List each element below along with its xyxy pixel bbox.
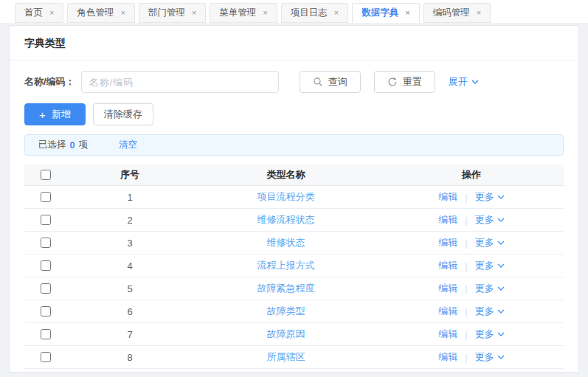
chevron-down-icon <box>497 240 505 246</box>
action-divider: | <box>465 192 467 203</box>
table-header-row: 序号 类型名称 操作 <box>24 165 564 186</box>
edit-link[interactable]: 编辑 <box>438 305 457 318</box>
add-button-label: 新增 <box>52 108 71 121</box>
tab-label: 角色管理 <box>77 7 114 19</box>
plus-icon: + <box>39 109 46 120</box>
row-checkbox[interactable] <box>41 260 51 271</box>
row-index: 4 <box>67 260 193 271</box>
edit-link[interactable]: 编辑 <box>438 190 457 204</box>
close-icon[interactable]: × <box>192 9 196 17</box>
edit-link[interactable]: 编辑 <box>438 259 457 272</box>
tab-department-management[interactable]: 部门管理 × <box>139 3 206 23</box>
more-link[interactable]: 更多 <box>475 236 505 249</box>
search-input[interactable] <box>81 71 279 93</box>
type-name-link[interactable]: 流程上报方式 <box>257 259 315 272</box>
close-icon[interactable]: × <box>477 9 481 17</box>
edit-link[interactable]: 编辑 <box>438 213 457 226</box>
table-row: 7 故障原因 编辑 | 更多 <box>24 323 564 346</box>
header-actions: 操作 <box>379 168 564 181</box>
tab-menu-management[interactable]: 菜单管理 × <box>210 3 277 23</box>
type-name-link[interactable]: 维修状态 <box>267 236 305 249</box>
row-checkbox[interactable] <box>41 238 51 248</box>
close-icon[interactable]: × <box>405 9 409 17</box>
chevron-down-icon <box>497 308 505 314</box>
dictionary-table: 序号 类型名称 操作 1 项目流程分类 编辑 | 更多 2 维修流程状态 <box>24 165 564 369</box>
chevron-down-icon <box>497 331 505 337</box>
table-row: 4 流程上报方式 编辑 | 更多 <box>24 255 564 277</box>
type-name-link[interactable]: 故障类型 <box>267 305 305 318</box>
table-row: 3 维修状态 编辑 | 更多 <box>24 232 564 255</box>
row-checkbox[interactable] <box>41 329 51 339</box>
screen: 首页 × 角色管理 × 部门管理 × 菜单管理 × 项目日志 × 数据字典 × … <box>0 0 588 377</box>
row-index: 5 <box>67 283 193 294</box>
close-icon[interactable]: × <box>49 9 54 17</box>
row-checkbox[interactable] <box>41 306 51 317</box>
edit-link[interactable]: 编辑 <box>438 236 457 249</box>
close-icon[interactable]: × <box>334 9 339 17</box>
row-checkbox[interactable] <box>41 215 51 225</box>
reset-button-label: 重置 <box>403 75 422 89</box>
action-divider: | <box>465 260 467 271</box>
search-form: 名称/编码： 查询 重置 展开 <box>10 60 578 93</box>
reset-button[interactable]: 重置 <box>374 71 435 93</box>
more-link[interactable]: 更多 <box>475 190 505 204</box>
chevron-down-icon <box>497 194 505 200</box>
edit-link[interactable]: 编辑 <box>438 350 457 364</box>
tab-home[interactable]: 首页 × <box>15 3 63 23</box>
selection-bar: 已选择 0 项 清空 <box>24 134 564 156</box>
action-divider: | <box>465 215 467 226</box>
search-icon <box>313 77 323 87</box>
chevron-down-icon <box>497 354 505 360</box>
type-name-link[interactable]: 项目流程分类 <box>257 190 315 204</box>
tab-role-management[interactable]: 角色管理 × <box>67 3 134 23</box>
type-name-link[interactable]: 故障紧急程度 <box>257 282 315 295</box>
edit-link[interactable]: 编辑 <box>438 328 457 341</box>
tab-project-log[interactable]: 项目日志 × <box>281 3 348 23</box>
chevron-down-icon <box>497 263 505 269</box>
clear-cache-button[interactable]: 清除缓存 <box>93 103 153 125</box>
more-link[interactable]: 更多 <box>475 282 505 295</box>
row-checkbox[interactable] <box>41 352 51 362</box>
close-icon[interactable]: × <box>263 9 267 17</box>
more-link[interactable]: 更多 <box>475 328 505 341</box>
more-link[interactable]: 更多 <box>475 259 505 272</box>
content-panel: 字典类型 名称/编码： 查询 重置 展开 <box>9 25 579 373</box>
chevron-down-icon <box>497 286 505 291</box>
row-index: 1 <box>67 192 193 203</box>
row-index: 3 <box>67 238 193 249</box>
search-label: 名称/编码： <box>24 75 75 89</box>
edit-link[interactable]: 编辑 <box>438 282 457 295</box>
action-divider: | <box>465 306 467 317</box>
type-name-link[interactable]: 维修流程状态 <box>257 213 315 226</box>
type-name-link[interactable]: 故障原因 <box>267 328 305 341</box>
type-name-link[interactable]: 所属辖区 <box>267 350 305 364</box>
chevron-down-icon <box>497 217 505 223</box>
row-index: 8 <box>67 352 193 363</box>
select-all-checkbox[interactable] <box>41 170 51 180</box>
refresh-icon <box>387 77 398 87</box>
tab-data-dictionary[interactable]: 数据字典 × <box>352 3 419 23</box>
more-link[interactable]: 更多 <box>475 350 505 364</box>
row-checkbox[interactable] <box>41 283 51 294</box>
action-divider: | <box>465 352 467 363</box>
header-index: 序号 <box>67 168 193 181</box>
tab-label: 项目日志 <box>291 7 328 19</box>
query-button[interactable]: 查询 <box>300 71 361 93</box>
row-checkbox[interactable] <box>41 192 51 202</box>
tab-code-management[interactable]: 编码管理 × <box>423 3 491 23</box>
close-icon[interactable]: × <box>120 9 125 17</box>
add-button[interactable]: + 新增 <box>24 103 86 125</box>
expand-link[interactable]: 展开 <box>449 75 479 89</box>
tab-label: 首页 <box>24 7 43 19</box>
tab-label: 数据字典 <box>362 7 398 19</box>
selection-suffix: 项 <box>78 139 88 151</box>
table-row: 8 所属辖区 编辑 | 更多 <box>24 346 564 369</box>
selection-prefix: 已选择 <box>38 139 66 151</box>
more-link[interactable]: 更多 <box>475 305 505 318</box>
clear-selection-link[interactable]: 清空 <box>119 139 137 151</box>
more-link[interactable]: 更多 <box>475 213 505 226</box>
action-divider: | <box>465 329 467 340</box>
table-row: 2 维修流程状态 编辑 | 更多 <box>24 209 564 232</box>
table-row: 1 项目流程分类 编辑 | 更多 <box>24 186 564 209</box>
row-index: 7 <box>67 329 193 340</box>
